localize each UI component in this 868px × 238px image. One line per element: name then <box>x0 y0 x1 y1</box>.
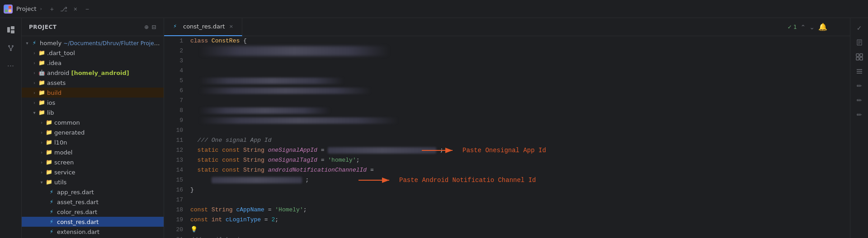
app-logo <box>4 5 13 14</box>
right-panel-pen2-icon[interactable]: ✏ <box>853 94 866 107</box>
code-line-17 <box>190 195 850 205</box>
sidebar-item-label: android [homely_android] <box>47 70 129 76</box>
sidebar-item-common[interactable]: › 📁 common <box>22 117 164 127</box>
dart-file-icon: ⚡ <box>48 188 55 196</box>
svg-rect-19 <box>860 57 863 60</box>
sidebar-item-label: .dart_tool <box>47 50 75 56</box>
activity-project-icon[interactable] <box>3 22 19 38</box>
sidebar-item-label: asset_res.dart <box>57 199 99 205</box>
code-line-7 <box>190 96 850 106</box>
sidebar-item-service[interactable]: › 📁 service <box>22 167 164 177</box>
code-line-1: class ConstRes { <box>190 36 850 46</box>
sidebar-item-l10n[interactable]: › 📁 l10n <box>22 137 164 147</box>
sidebar-item-ios[interactable]: › 📁 ios <box>22 98 164 107</box>
code-line-14: static const String androidNotificationC… <box>190 165 850 175</box>
sidebar-item-color-res[interactable]: ⚡ color_res.dart <box>22 207 164 217</box>
tab-close-button[interactable]: × <box>227 23 235 30</box>
git-branch-button[interactable]: ⎇ <box>59 5 68 14</box>
sidebar-item-app-res[interactable]: ⚡ app_res.dart <box>22 187 164 197</box>
sidebar-item-generated[interactable]: › 📁 generated <box>22 127 164 137</box>
dart-file-icon: ⚡ <box>48 198 55 205</box>
code-line-11: /// One signal App Id <box>190 135 850 145</box>
svg-line-10 <box>9 47 11 49</box>
sidebar-item-label: const_res.dart <box>57 219 99 225</box>
folder-icon: 📁 <box>38 109 45 116</box>
new-file-button[interactable]: + <box>47 5 57 14</box>
chevron-right-icon: › <box>38 139 45 146</box>
right-panel-check-icon[interactable]: ✓ <box>853 22 866 34</box>
code-line-4 <box>190 66 850 76</box>
code-line-9 <box>190 116 850 126</box>
title-bar-left: Project › <box>4 5 42 14</box>
sidebar-item-build[interactable]: › 📁 build <box>22 88 164 98</box>
svg-rect-17 <box>860 54 863 56</box>
title-bar: Project › + ⎇ × − <box>0 0 868 18</box>
activity-bar: ··· <box>0 18 22 238</box>
svg-line-11 <box>11 47 13 49</box>
activity-more-icon[interactable]: ··· <box>3 58 19 74</box>
right-panel-structure-icon[interactable] <box>853 51 866 63</box>
chevron-right-icon: › <box>38 129 45 136</box>
code-line-21: /// email Login <box>190 235 850 238</box>
code-line-20: 💡 <box>190 225 850 235</box>
tab-bar: ⚡ const_res.dart × ✓ 1 ⌃ ⌄ 🔔 <box>164 18 850 36</box>
sidebar-item-label: .idea <box>47 60 61 66</box>
chevron-right-icon: › <box>31 79 38 86</box>
svg-point-8 <box>12 45 14 47</box>
folder-icon: 📁 <box>45 168 52 176</box>
sidebar-item-dart-tool[interactable]: › 📁 .dart_tool <box>22 48 164 58</box>
folder-icon: 📁 <box>45 139 52 146</box>
sidebar-item-label: color_res.dart <box>57 209 97 215</box>
svg-rect-0 <box>5 6 8 9</box>
up-arrow-icon[interactable]: ⌃ <box>801 23 806 31</box>
chevron-down-icon: ▾ <box>24 39 31 47</box>
activity-git-icon[interactable] <box>3 40 19 56</box>
right-panel-git-icon[interactable] <box>853 36 866 49</box>
folder-icon: 📁 <box>45 159 52 166</box>
close-window-button[interactable]: × <box>71 5 80 14</box>
chevron-right-icon: › <box>38 159 45 166</box>
sidebar-item-assets[interactable]: › 📁 assets <box>22 78 164 88</box>
folder-icon: 📁 <box>45 149 52 156</box>
sidebar-item-asset-res[interactable]: ⚡ asset_res.dart <box>22 197 164 207</box>
sidebar-item-android[interactable]: › 🤖 android [homely_android] <box>22 68 164 78</box>
right-panel-pen3-icon[interactable]: ✏ <box>853 108 866 121</box>
chevron-right-icon: › <box>31 99 38 106</box>
bell-icon[interactable]: 🔔 <box>818 23 827 31</box>
sidebar-item-homely[interactable]: ▾ ⚡ homely ~/Documents/Dhruv/Flutter Pro… <box>22 38 164 48</box>
sidebar-item-model[interactable]: › 📁 model <box>22 147 164 157</box>
sidebar-item-idea[interactable]: › 📁 .idea <box>22 58 164 68</box>
sidebar-item-lib[interactable]: ▾ 📁 lib <box>22 107 164 117</box>
sidebar-item-screen[interactable]: › 📁 screen <box>22 157 164 167</box>
check-icon: ✓ <box>788 24 792 30</box>
folder-icon: 📁 <box>38 59 45 66</box>
sidebar-item-label: lib <box>47 109 54 116</box>
code-editor[interactable]: class ConstRes { <box>187 36 850 238</box>
tab-const-res[interactable]: ⚡ const_res.dart × <box>164 18 242 36</box>
svg-rect-3 <box>9 9 11 12</box>
svg-rect-5 <box>11 26 14 29</box>
right-panel-hierarchy-icon[interactable] <box>853 65 866 78</box>
minimize-window-button[interactable]: − <box>83 5 92 14</box>
right-panel-pen-icon[interactable]: ✏ <box>853 79 866 92</box>
sidebar-item-utils[interactable]: ▾ 📁 utils <box>22 177 164 187</box>
code-line-16: } <box>190 185 850 195</box>
sidebar-item-label: assets <box>47 79 66 86</box>
new-file-icon[interactable]: ⊕ <box>144 24 149 30</box>
collapse-all-icon[interactable]: ⊟ <box>151 24 156 30</box>
sidebar-item-label: service <box>54 169 75 176</box>
down-arrow-icon[interactable]: ⌄ <box>809 23 815 31</box>
folder-icon: 📁 <box>45 178 52 186</box>
title-bar-actions: + ⎇ × − <box>47 5 92 14</box>
main-layout: ··· Project ⊕ ⊟ ▾ ⚡ homely ~/Documents/D… <box>0 18 868 238</box>
sidebar-item-label: generated <box>54 129 85 136</box>
svg-rect-6 <box>11 30 14 33</box>
dart-file-icon: ⚡ <box>48 218 55 225</box>
check-count: 1 <box>793 24 797 30</box>
sidebar-item-extension[interactable]: ⚡ extension.dart <box>22 227 164 237</box>
sidebar-item-label: build <box>47 89 61 96</box>
right-panel: ✓ ✏ ✏ ✏ <box>850 18 868 238</box>
sidebar-item-label: homely ~/Documents/Dhruv/Flutter Project… <box>40 40 160 47</box>
sidebar-item-label: screen <box>54 159 74 166</box>
sidebar-item-const-res[interactable]: ⚡ const_res.dart <box>22 217 164 227</box>
